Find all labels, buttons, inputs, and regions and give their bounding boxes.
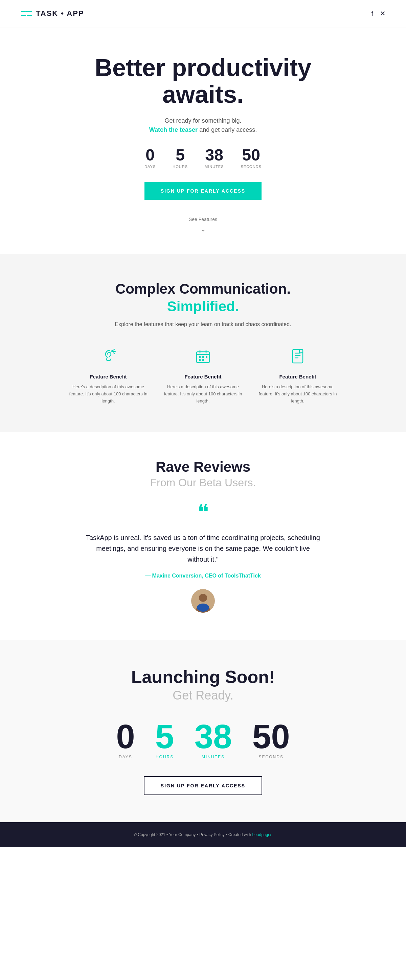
svg-rect-8 <box>206 356 208 358</box>
teaser-link[interactable]: Watch the teaser <box>149 126 198 133</box>
launch-hours: 5 HOURS <box>155 719 174 759</box>
launch-seconds-value: 50 <box>253 719 290 753</box>
features-heading-teal: Simplified. <box>20 298 386 315</box>
countdown-launch: 0 DAYS 5 HOURS 38 MINUTES 50 SECONDS <box>20 719 386 759</box>
launch-hours-value: 5 <box>155 719 174 753</box>
feature-desc-1: Here's a description of this awesome fea… <box>68 383 149 404</box>
svg-point-13 <box>199 594 207 602</box>
review-quote: TaskApp is unreal. It's saved us a ton o… <box>85 532 321 565</box>
hours-label: HOURS <box>173 165 188 169</box>
quote-mark-icon: ❝ <box>20 506 386 519</box>
feature-icon-1 <box>68 348 149 368</box>
feature-icon-3 <box>257 348 338 368</box>
countdown-hours: 5 HOURS <box>173 147 188 169</box>
social-links: f ✕ <box>371 10 386 18</box>
logo-text: TASK • APP <box>36 9 84 18</box>
seconds-label: SECONDS <box>241 165 261 169</box>
svg-rect-1 <box>27 11 32 12</box>
launch-days: 0 DAYS <box>116 719 135 759</box>
launch-hours-label: HOURS <box>155 755 174 759</box>
facebook-icon: f <box>371 10 373 17</box>
facebook-link[interactable]: f <box>371 10 373 18</box>
launch-seconds: 50 SECONDS <box>253 719 290 759</box>
countdown-days: 0 DAYS <box>144 147 156 169</box>
days-label: DAYS <box>144 165 156 169</box>
svg-rect-7 <box>202 356 204 358</box>
launch-cta-button[interactable]: SIGN UP FOR EARLY ACCESS <box>144 776 262 795</box>
hero-cta-button[interactable]: SIGN UP FOR EARLY ACCESS <box>144 182 262 200</box>
twitter-icon: ✕ <box>380 10 386 17</box>
svg-point-15 <box>197 603 209 612</box>
reviews-heading: Rave Reviews <box>20 459 386 475</box>
launch-section: Launching Soon! Get Ready. 0 DAYS 5 HOUR… <box>0 640 406 822</box>
svg-rect-0 <box>21 11 26 12</box>
countdown-hero: 0 DAYS 5 HOURS 38 MINUTES 50 SECONDS <box>20 147 386 169</box>
days-value: 0 <box>144 147 156 163</box>
feature-title-3: Feature Benefit <box>257 374 338 380</box>
feature-icon-2 <box>162 348 244 368</box>
svg-rect-9 <box>199 359 201 361</box>
feature-title-1: Feature Benefit <box>68 374 149 380</box>
footer-text: © Copyright 2021 • Your Company • Privac… <box>20 832 386 837</box>
launch-minutes-value: 38 <box>194 719 232 753</box>
svg-rect-11 <box>293 349 303 363</box>
footer-link[interactable]: Leadpages <box>252 832 272 837</box>
launch-seconds-label: SECONDS <box>253 755 290 759</box>
launch-days-value: 0 <box>116 719 135 753</box>
launch-days-label: DAYS <box>116 755 135 759</box>
features-description: Explore the features that keep your team… <box>101 321 305 328</box>
features-section: Complex Communication. Simplified. Explo… <box>0 254 406 431</box>
navbar: TASK • APP f ✕ <box>0 0 406 27</box>
footer-copyright: © Copyright 2021 • Your Company • Privac… <box>134 832 252 837</box>
svg-rect-6 <box>199 356 201 358</box>
hero-teaser-line: Watch the teaser and get early access. <box>20 126 386 134</box>
feature-desc-2: Here's a description of this awesome fea… <box>162 383 244 404</box>
svg-rect-3 <box>27 15 32 16</box>
svg-rect-2 <box>21 15 26 16</box>
review-author: — Maxine Conversion, CEO of ToolsThatTic… <box>20 573 386 579</box>
launch-heading: Launching Soon! <box>20 667 386 687</box>
hero-headline: Better productivity awaits. <box>85 54 321 108</box>
feature-desc-3: Here's a description of this awesome fea… <box>257 383 338 404</box>
feature-card-2: Feature Benefit Here's a description of … <box>162 348 244 404</box>
reviewer-avatar <box>191 589 215 612</box>
launch-subheading: Get Ready. <box>20 688 386 703</box>
hours-value: 5 <box>173 147 188 163</box>
teaser-suffix: and get early access. <box>198 126 257 133</box>
logo-icon <box>20 8 32 20</box>
reviews-subheading: From Our Beta Users. <box>20 476 386 489</box>
chevron-down-icon: ⌄ <box>20 225 386 234</box>
minutes-label: MINUTES <box>205 165 224 169</box>
hero-headline-line2: awaits. <box>162 81 244 108</box>
svg-rect-10 <box>202 359 204 361</box>
features-heading: Complex Communication. <box>20 281 386 297</box>
see-features-label: See Features <box>20 216 386 222</box>
launch-minutes-label: MINUTES <box>194 755 232 759</box>
feature-card-1: Feature Benefit Here's a description of … <box>68 348 149 404</box>
logo[interactable]: TASK • APP <box>20 8 84 20</box>
see-features: See Features ⌄ <box>20 216 386 247</box>
minutes-value: 38 <box>205 147 224 163</box>
hero-section: Better productivity awaits. Get ready fo… <box>0 27 406 254</box>
features-grid: Feature Benefit Here's a description of … <box>68 348 338 404</box>
hero-headline-line1: Better productivity <box>95 54 311 81</box>
countdown-minutes: 38 MINUTES <box>205 147 224 169</box>
feature-card-3: Feature Benefit Here's a description of … <box>257 348 338 404</box>
footer: © Copyright 2021 • Your Company • Privac… <box>0 822 406 847</box>
reviews-section: Rave Reviews From Our Beta Users. ❝ Task… <box>0 432 406 640</box>
reviewer-avatar-container <box>20 589 386 612</box>
countdown-seconds: 50 SECONDS <box>241 147 261 169</box>
seconds-value: 50 <box>241 147 261 163</box>
feature-title-2: Feature Benefit <box>162 374 244 380</box>
launch-minutes: 38 MINUTES <box>194 719 232 759</box>
hero-subtext: Get ready for something big. <box>20 117 386 124</box>
twitter-link[interactable]: ✕ <box>380 10 386 18</box>
